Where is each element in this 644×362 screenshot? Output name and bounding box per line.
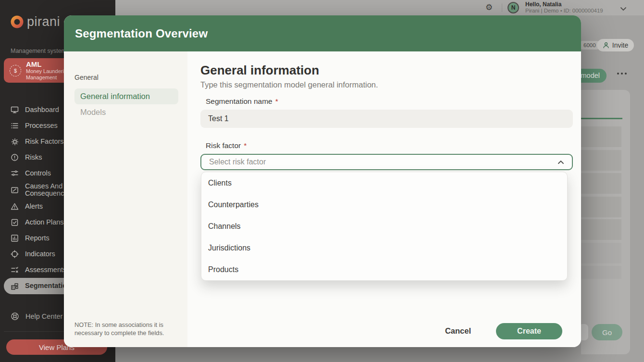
segmentation-overview-modal: Segmentation Overview General General in… bbox=[64, 15, 581, 347]
life-buoy-icon bbox=[11, 312, 19, 321]
table-row bbox=[581, 197, 621, 217]
segmentation-name-label: Segmentation name* bbox=[206, 97, 573, 106]
table-row bbox=[581, 266, 621, 279]
blocks-icon bbox=[11, 282, 19, 290]
target-icon bbox=[11, 250, 19, 258]
dropdown-option-clients[interactable]: Clients bbox=[201, 172, 567, 194]
pirani-logo-text: pirani bbox=[27, 14, 60, 29]
nav-section-label: General bbox=[74, 74, 99, 81]
modal-footer: Cancel Create bbox=[187, 315, 581, 347]
top-bar: ⚙ N Hello, Natalia Pirani | Demo • ID: 0… bbox=[115, 0, 644, 15]
modal-main-panel: General information Type this segmentati… bbox=[187, 51, 581, 347]
pirani-logo-icon bbox=[11, 15, 24, 28]
table-row bbox=[581, 126, 621, 147]
dropdown-option-counterparties[interactable]: Counterparties bbox=[201, 194, 567, 215]
list-icon bbox=[11, 122, 19, 130]
clipboard-check-icon bbox=[11, 218, 19, 226]
topbar-divider bbox=[502, 3, 502, 12]
settings-gear-icon[interactable]: ⚙ bbox=[485, 2, 493, 13]
active-tab-underline bbox=[581, 118, 622, 119]
modal-nav-panel: General General information Models NOTE:… bbox=[64, 51, 187, 347]
app-root: ⚙ N Hello, Natalia Pirani | Demo • ID: 0… bbox=[0, 0, 644, 362]
greeting-text: Hello, Natalia bbox=[525, 1, 603, 8]
dollar-dashed-circle-icon: $ bbox=[10, 65, 21, 76]
warning-triangle-icon bbox=[11, 202, 19, 211]
avatar[interactable]: N bbox=[508, 2, 519, 13]
invite-label: Invite bbox=[612, 41, 628, 49]
table-row bbox=[581, 173, 621, 194]
modal-note: NOTE: In some associations it is necessa… bbox=[74, 321, 183, 337]
account-chevron-down-icon[interactable] bbox=[620, 4, 627, 13]
invite-button[interactable]: Invite bbox=[597, 39, 634, 51]
modal-header: Segmentation Overview bbox=[64, 15, 581, 51]
account-info: Hello, Natalia Pirani | Demo • ID: 00000… bbox=[525, 1, 603, 14]
dropdown-option-jurisdictions[interactable]: Jurisdictions bbox=[201, 237, 567, 259]
box-edit-icon bbox=[11, 186, 19, 194]
required-asterisk: * bbox=[244, 141, 247, 150]
table-row bbox=[581, 150, 621, 171]
gear-doc-icon bbox=[11, 137, 19, 146]
create-button[interactable]: Create bbox=[496, 323, 562, 339]
help-center-label: Help Center bbox=[25, 312, 62, 320]
nav-item-general-information[interactable]: General information bbox=[74, 88, 178, 104]
select-placeholder: Select risk factor bbox=[209, 158, 266, 166]
person-icon bbox=[603, 42, 609, 49]
chevron-up-icon bbox=[557, 160, 564, 164]
modal-title: Segmentation Overview bbox=[75, 27, 208, 40]
required-asterisk: * bbox=[275, 97, 278, 105]
risk-factor-select[interactable]: Select risk factor bbox=[200, 154, 573, 170]
go-button[interactable]: Go bbox=[592, 324, 622, 340]
modal-body: General General information Models NOTE:… bbox=[64, 51, 581, 347]
section-heading: General information bbox=[200, 63, 573, 78]
credits-badge[interactable]: 6000 bbox=[580, 41, 599, 50]
risk-factor-label: Risk factor* bbox=[206, 141, 573, 150]
monitor-icon bbox=[11, 106, 19, 114]
nav-item-models[interactable]: Models bbox=[80, 108, 106, 117]
section-subheading: Type this segmentation model general inf… bbox=[200, 80, 573, 89]
pirani-logo: pirani bbox=[11, 14, 60, 29]
segmentation-name-input[interactable] bbox=[200, 110, 573, 128]
checklist-icon bbox=[11, 266, 19, 274]
table-row bbox=[581, 243, 621, 263]
risk-factor-select-wrap: Select risk factor Clients Counterpartie… bbox=[200, 154, 573, 170]
management-systems-label: Management systems bbox=[11, 48, 69, 54]
sliders-icon bbox=[11, 169, 19, 177]
risk-factor-dropdown: Clients Counterparties Channels Jurisdic… bbox=[201, 172, 568, 281]
cancel-button[interactable]: Cancel bbox=[445, 326, 471, 336]
bar-chart-icon bbox=[11, 234, 19, 242]
dropdown-option-channels[interactable]: Channels bbox=[201, 215, 567, 237]
more-options-icon[interactable] bbox=[617, 73, 627, 75]
account-id-text: Pirani | Demo • ID: 0000000419 bbox=[525, 8, 603, 14]
dropdown-option-products[interactable]: Products bbox=[201, 259, 567, 280]
alert-circle-icon bbox=[11, 153, 19, 162]
background-content-card bbox=[581, 90, 630, 354]
table-row bbox=[581, 219, 621, 240]
